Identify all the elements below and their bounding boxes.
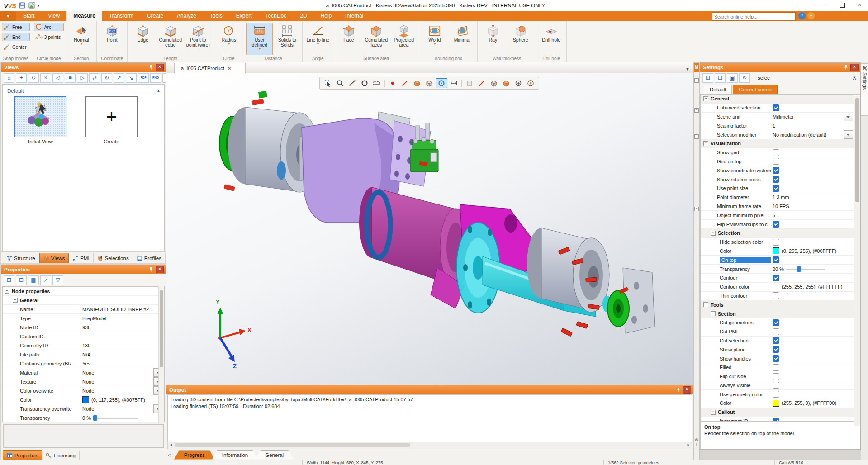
ribbon-tool-button[interactable]: Edge [129,23,156,55]
collapse-expander-icon[interactable]: − [703,141,708,146]
maximize-button[interactable] [834,0,851,11]
pin-icon[interactable] [148,65,154,71]
settings-row[interactable]: Minimum frame rate 10 FPS [701,202,854,211]
ribbon-tool-button[interactable]: Sphere [507,23,534,55]
settings-row[interactable]: Cut selection [701,337,854,346]
checkbox[interactable] [773,221,779,228]
collapsed-expander-icon[interactable]: − [694,108,699,113]
filter-icon[interactable]: ▽ [52,275,63,285]
home-view-icon[interactable]: ⌂ [4,73,14,83]
delete-view-icon[interactable]: × [40,73,51,83]
settings-filter-input[interactable] [751,75,851,81]
help-more-icon[interactable]: ▾ [807,12,815,19]
settings-row[interactable]: − General [701,95,854,104]
color-swatch[interactable] [773,400,779,407]
viewport-3d[interactable]: Y X Z [166,73,693,385]
slider[interactable] [786,266,825,272]
collapse-expander-icon[interactable]: − [13,298,18,303]
export-icon[interactable]: ↗ [40,275,51,285]
ribbon-tab[interactable]: Measure [66,11,102,21]
dropdown-combo[interactable] [844,130,853,139]
dock-tab[interactable]: PMI [69,253,93,263]
settings-row[interactable]: Contour color (255, 255, 255), (#FFFFFF) [701,283,854,292]
scrollbar-thumb[interactable] [175,443,410,447]
settings-row[interactable]: Cut PMI [701,327,854,337]
output-hscrollbar[interactable]: ◄ ► [167,442,692,449]
slider[interactable] [93,415,138,421]
tab-list-dropdown-icon[interactable]: ▼ [685,66,690,71]
settings-row[interactable]: Use point size [701,184,854,193]
checkbox[interactable] [773,328,779,335]
settings-row[interactable]: On top [701,256,854,265]
property-row[interactable]: Color overwrite Node [3,386,164,395]
settings-tab[interactable]: Default [704,85,732,94]
3d-model[interactable] [166,73,693,385]
close-panel-icon[interactable]: × [156,266,164,273]
export-pdf-icon[interactable]: PDF [138,73,149,83]
close-panel-icon[interactable]: × [683,386,691,394]
ribbon-tool-button[interactable]: Cumulated edge [157,23,184,55]
minimize-button[interactable]: – [816,0,834,11]
settings-row[interactable]: Hide selection color [701,238,854,247]
output-log[interactable]: Loading 3D content from file C:\Protecte… [167,394,692,442]
checkbox[interactable] [773,319,779,326]
quick-access-dropdown-icon[interactable]: ▾ [38,3,40,8]
settings-row[interactable]: Scaling factor 1 [701,121,854,130]
collapse-all-icon[interactable]: ⊟ [715,73,726,83]
ribbon-tool-button[interactable]: Face [335,23,362,55]
ribbon-tab[interactable]: Analyze [170,11,203,21]
settings-scrollbar[interactable] [854,96,860,426]
settings-row[interactable]: Filled [701,363,854,372]
online-help-search-input[interactable] [712,12,796,21]
ribbon-tab[interactable]: Expert [229,11,259,21]
dock-tab[interactable]: Licensing [42,451,80,460]
collapsed-expander-icon[interactable]: − [694,78,699,83]
ribbon-tab[interactable]: Create [140,11,170,21]
collapse-expander-icon[interactable]: − [711,410,716,415]
output-tab[interactable]: Progress [174,450,215,460]
dock-tab[interactable]: Properties [3,450,42,460]
collapsed-expander-icon[interactable]: − [694,207,699,211]
settings-row[interactable]: Show rotation cross [701,175,854,184]
settings-row[interactable]: Show handles [701,354,854,363]
swap-views-icon[interactable]: ⇄ [89,73,100,83]
solid-box-icon[interactable] [411,78,423,88]
checkbox[interactable] [773,275,779,281]
settings-row[interactable]: Selection modifier No modification (defa… [701,130,854,139]
help-icon[interactable]: ? [798,12,806,19]
settings-row[interactable]: Increment ID [701,417,854,422]
settings-row[interactable]: − Section [701,309,854,318]
save-settings-icon[interactable]: ▣ [727,73,738,83]
settings-row[interactable]: Always visible [701,381,854,390]
dock-tab[interactable]: Profiles [133,253,166,263]
settings-row[interactable]: − Visualization [701,139,854,148]
checkbox[interactable] [773,167,779,174]
collapsed-expander-icon[interactable]: − [694,134,699,139]
settings-row[interactable]: − Selection [701,229,854,238]
collapse-expander-icon[interactable]: − [5,289,9,294]
target-sphere-icon[interactable] [525,78,536,88]
file-menu-button[interactable]: ▼ [0,11,16,21]
ribbon-tool-button[interactable]: User defined [246,23,273,55]
ribbon-tool-button[interactable]: Line to line [304,23,331,55]
output-tab[interactable]: Information [212,450,258,460]
property-row[interactable]: Contains geometry (BR... Yes [3,359,164,368]
sphere-select-icon[interactable] [436,78,447,88]
collapse-expander-icon[interactable]: − [703,302,708,307]
import-view-icon[interactable]: ↘ [126,73,137,83]
property-row[interactable]: Texture None [3,377,164,386]
reset-settings-icon[interactable]: ↻ [739,73,750,83]
ribbon-tool-button[interactable]: Normal [68,23,95,55]
color-swatch[interactable] [773,284,779,290]
zoom-area-icon[interactable] [334,78,346,88]
ribbon-tool-button[interactable]: Projected area [390,23,417,55]
add-view-icon[interactable]: + [16,73,27,83]
checkbox[interactable] [773,418,779,422]
property-row[interactable]: − Node properties [3,287,164,296]
ribbon-tool-button[interactable]: Solids to Solids [274,23,300,55]
checkbox[interactable] [773,391,779,398]
checkbox[interactable] [773,355,779,362]
settings-row[interactable]: Show grid [701,148,854,157]
ribbon-tool-button[interactable]: Free [2,23,30,31]
property-row[interactable]: File path N/A [3,350,164,359]
